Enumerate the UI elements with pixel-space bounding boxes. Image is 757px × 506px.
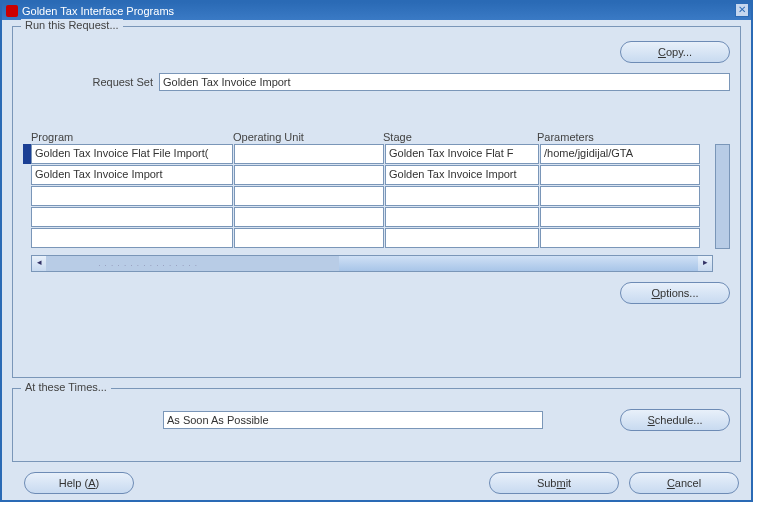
table-row xyxy=(31,186,713,206)
cell-program[interactable]: Golden Tax Invoice Flat File Import( xyxy=(31,144,233,164)
row-selector-column xyxy=(23,144,31,249)
row-selector[interactable] xyxy=(23,144,31,164)
options-button[interactable]: Options... xyxy=(620,282,730,304)
cell-program[interactable]: Golden Tax Invoice Import xyxy=(31,165,233,185)
copy-button[interactable]: Copy... xyxy=(620,41,730,63)
oracle-icon xyxy=(6,5,18,17)
col-header-parameters: Parameters xyxy=(537,131,697,144)
table-row: Golden Tax Invoice Import Golden Tax Inv… xyxy=(31,165,713,185)
cell-stage[interactable]: Golden Tax Invoice Flat F xyxy=(385,144,539,164)
footer: Help (A) Submit Cancel xyxy=(12,472,741,494)
col-header-stage: Stage xyxy=(383,131,537,144)
cancel-button[interactable]: Cancel xyxy=(629,472,739,494)
request-set-input[interactable] xyxy=(159,73,730,91)
cell-stage[interactable] xyxy=(385,228,539,248)
table-row: Golden Tax Invoice Flat File Import( Gol… xyxy=(31,144,713,164)
at-these-times-fieldset: At these Times... Schedule... xyxy=(12,388,741,462)
cell-operating-unit[interactable] xyxy=(234,207,384,227)
window-title: Golden Tax Interface Programs xyxy=(22,5,174,17)
titlebar[interactable]: Golden Tax Interface Programs ✕ xyxy=(2,2,751,20)
request-set-label: Request Set xyxy=(23,76,153,88)
cell-parameters[interactable] xyxy=(540,207,700,227)
cell-parameters[interactable]: /home/jgidijal/GTA xyxy=(540,144,700,164)
cell-operating-unit[interactable] xyxy=(234,144,384,164)
program-grid: Program Operating Unit Stage Parameters xyxy=(23,131,730,272)
close-icon[interactable]: ✕ xyxy=(735,3,749,17)
cell-operating-unit[interactable] xyxy=(234,186,384,206)
schedule-button[interactable]: Schedule... xyxy=(620,409,730,431)
at-these-times-legend: At these Times... xyxy=(21,381,111,393)
table-row xyxy=(31,228,713,248)
help-button[interactable]: Help (A) xyxy=(24,472,134,494)
cell-program[interactable] xyxy=(31,207,233,227)
cell-program[interactable] xyxy=(31,228,233,248)
col-header-program: Program xyxy=(31,131,233,144)
row-selector[interactable] xyxy=(23,186,31,206)
vertical-scrollbar[interactable] xyxy=(715,144,730,249)
horizontal-scrollbar[interactable]: ◂ . . . . . . . . . . . . . . . . ▸ xyxy=(31,255,713,272)
row-selector[interactable] xyxy=(23,228,31,248)
row-selector[interactable] xyxy=(23,165,31,185)
scroll-left-icon[interactable]: ◂ xyxy=(32,256,46,271)
col-header-operating-unit: Operating Unit xyxy=(233,131,383,144)
row-selector[interactable] xyxy=(23,207,31,227)
window: Golden Tax Interface Programs ✕ Run this… xyxy=(0,0,753,502)
cell-parameters[interactable] xyxy=(540,186,700,206)
cell-operating-unit[interactable] xyxy=(234,228,384,248)
cell-program[interactable] xyxy=(31,186,233,206)
schedule-time-input[interactable] xyxy=(163,411,543,429)
cell-stage[interactable] xyxy=(385,186,539,206)
scroll-right-icon[interactable]: ▸ xyxy=(698,256,712,271)
run-request-fieldset: Run this Request... Copy... Request Set … xyxy=(12,26,741,378)
cell-operating-unit[interactable] xyxy=(234,165,384,185)
table-row xyxy=(31,207,713,227)
cell-parameters[interactable] xyxy=(540,228,700,248)
cell-stage[interactable]: Golden Tax Invoice Import xyxy=(385,165,539,185)
run-request-legend: Run this Request... xyxy=(21,19,123,31)
cell-parameters[interactable] xyxy=(540,165,700,185)
cell-stage[interactable] xyxy=(385,207,539,227)
window-body: Run this Request... Copy... Request Set … xyxy=(2,20,751,502)
submit-button[interactable]: Submit xyxy=(489,472,619,494)
